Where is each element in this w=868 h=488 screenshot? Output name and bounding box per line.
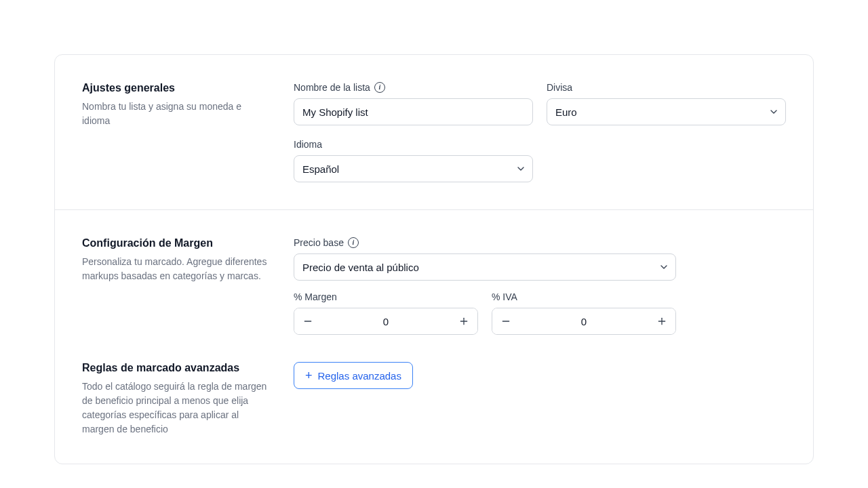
- list-name-label: Nombre de la lista i: [294, 82, 533, 93]
- margin-stepper: [294, 308, 478, 335]
- margin-desc: Personaliza tu marcado. Agregue diferent…: [82, 255, 269, 283]
- margin-percent-label: % Margen: [294, 291, 478, 302]
- currency-select[interactable]: Euro: [547, 98, 786, 125]
- margin-value-input[interactable]: [321, 308, 450, 334]
- vat-percent-field: % IVA: [492, 291, 676, 335]
- currency-field: Divisa Euro: [547, 82, 786, 125]
- language-field: Idioma Español: [294, 139, 533, 182]
- info-icon[interactable]: i: [374, 82, 385, 93]
- general-settings-section: Ajustes generales Nombra tu lista y asig…: [55, 55, 813, 209]
- general-settings-header: Ajustes generales Nombra tu lista y asig…: [55, 82, 294, 182]
- base-price-select[interactable]: Precio de venta al público: [294, 253, 676, 281]
- vat-decrement-button[interactable]: [492, 308, 519, 334]
- margin-title: Configuración de Margen: [82, 237, 269, 249]
- vat-stepper: [492, 308, 676, 335]
- list-name-input[interactable]: [294, 98, 533, 125]
- margin-section: Configuración de Margen Personaliza tu m…: [55, 209, 813, 464]
- advanced-rules-header: Reglas de marcado avanzadas Todo el catá…: [55, 362, 294, 436]
- margin-header: Configuración de Margen Personaliza tu m…: [55, 237, 294, 335]
- plus-icon: +: [305, 369, 313, 382]
- vat-increment-button[interactable]: [648, 308, 675, 334]
- currency-label: Divisa: [547, 82, 786, 93]
- advanced-rules-desc: Todo el catálogo seguirá la regla de mar…: [82, 380, 269, 436]
- settings-card: Ajustes generales Nombra tu lista y asig…: [54, 54, 814, 464]
- advanced-rules-title: Reglas de marcado avanzadas: [82, 362, 269, 374]
- margin-percent-field: % Margen: [294, 291, 478, 335]
- list-name-field: Nombre de la lista i: [294, 82, 533, 125]
- general-settings-title: Ajustes generales: [82, 82, 269, 94]
- advanced-rules-button[interactable]: + Reglas avanzadas: [294, 362, 413, 389]
- base-price-label: Precio base i: [294, 237, 676, 248]
- vat-value-input[interactable]: [519, 308, 648, 334]
- margin-increment-button[interactable]: [450, 308, 477, 334]
- info-icon[interactable]: i: [348, 237, 359, 248]
- margin-decrement-button[interactable]: [294, 308, 321, 334]
- general-settings-desc: Nombra tu lista y asigna su moneda e idi…: [82, 100, 269, 128]
- base-price-field: Precio base i Precio de venta al público: [294, 237, 676, 281]
- language-select[interactable]: Español: [294, 155, 533, 182]
- language-label: Idioma: [294, 139, 533, 150]
- vat-percent-label: % IVA: [492, 291, 676, 302]
